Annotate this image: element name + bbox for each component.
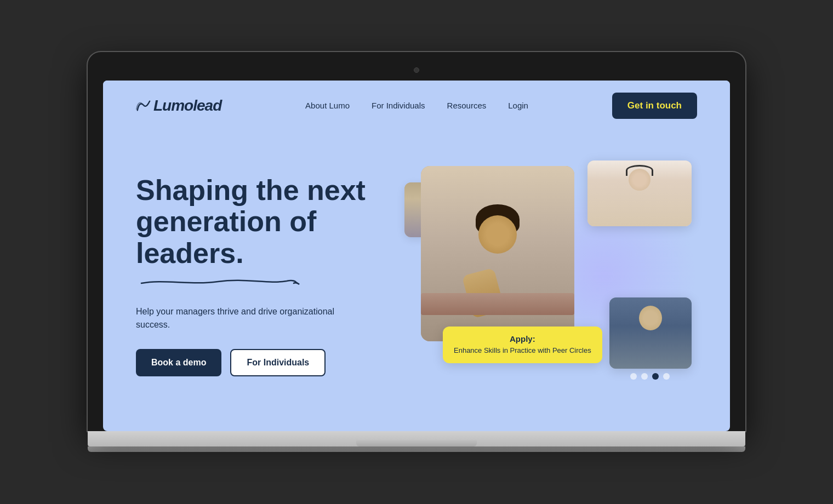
logo-text: Lumolead bbox=[153, 97, 221, 114]
logo-icon bbox=[136, 100, 151, 112]
nav-links: About Lumo For Individuals Resources Log… bbox=[305, 101, 528, 111]
for-individuals-button[interactable]: For Individuals bbox=[230, 349, 326, 376]
logo[interactable]: Lumolead bbox=[136, 97, 221, 114]
hero-title-line2: generation of bbox=[136, 205, 316, 237]
hero-description: Help your managers thrive and drive orga… bbox=[136, 305, 344, 331]
nav-link-login[interactable]: Login bbox=[508, 101, 528, 110]
hero-title-line3: leaders. bbox=[136, 237, 244, 269]
pagination-dot-4[interactable] bbox=[663, 373, 670, 380]
apply-card-text: Enhance Skills in Practice with Peer Cir… bbox=[454, 346, 591, 356]
person-image-bottom-right bbox=[609, 297, 692, 369]
hero-section: Shaping the next generation of leaders. … bbox=[103, 131, 730, 431]
laptop: Lumolead About Lumo For Individuals Reso… bbox=[88, 52, 745, 452]
navigation: Lumolead About Lumo For Individuals Reso… bbox=[103, 81, 730, 131]
hero-buttons: Book a demo For Individuals bbox=[136, 349, 399, 376]
hero-left: Shaping the next generation of leaders. … bbox=[136, 175, 399, 376]
nav-item-about[interactable]: About Lumo bbox=[305, 101, 350, 111]
screen-bezel: Lumolead About Lumo For Individuals Reso… bbox=[88, 52, 745, 431]
camera bbox=[414, 67, 419, 73]
title-underline bbox=[136, 273, 399, 292]
pagination-dot-3[interactable] bbox=[652, 373, 659, 380]
person-image-main bbox=[421, 166, 574, 341]
website: Lumolead About Lumo For Individuals Reso… bbox=[103, 81, 730, 431]
person-image-top-right bbox=[587, 161, 692, 226]
nav-link-about[interactable]: About Lumo bbox=[305, 101, 350, 110]
nav-item-resources[interactable]: Resources bbox=[447, 101, 487, 111]
nav-item-login[interactable]: Login bbox=[508, 101, 528, 111]
screen: Lumolead About Lumo For Individuals Reso… bbox=[103, 81, 730, 431]
laptop-base bbox=[88, 431, 745, 446]
hero-title: Shaping the next generation of leaders. bbox=[136, 175, 399, 269]
pagination-dot-2[interactable] bbox=[641, 373, 648, 380]
pagination-dots bbox=[630, 373, 670, 380]
get-in-touch-button[interactable]: Get in touch bbox=[612, 93, 697, 119]
hero-image-collage: Apply: Enhance Skills in Practice with P… bbox=[399, 155, 697, 396]
laptop-foot bbox=[88, 446, 745, 452]
nav-item-individuals[interactable]: For Individuals bbox=[372, 101, 425, 111]
book-demo-button[interactable]: Book a demo bbox=[136, 349, 221, 376]
pagination-dot-1[interactable] bbox=[630, 373, 637, 380]
nav-link-individuals[interactable]: For Individuals bbox=[372, 101, 425, 110]
nav-link-resources[interactable]: Resources bbox=[447, 101, 487, 110]
apply-card-title: Apply: bbox=[454, 334, 591, 343]
apply-card[interactable]: Apply: Enhance Skills in Practice with P… bbox=[443, 327, 602, 363]
hero-title-line1: Shaping the next bbox=[136, 174, 366, 206]
